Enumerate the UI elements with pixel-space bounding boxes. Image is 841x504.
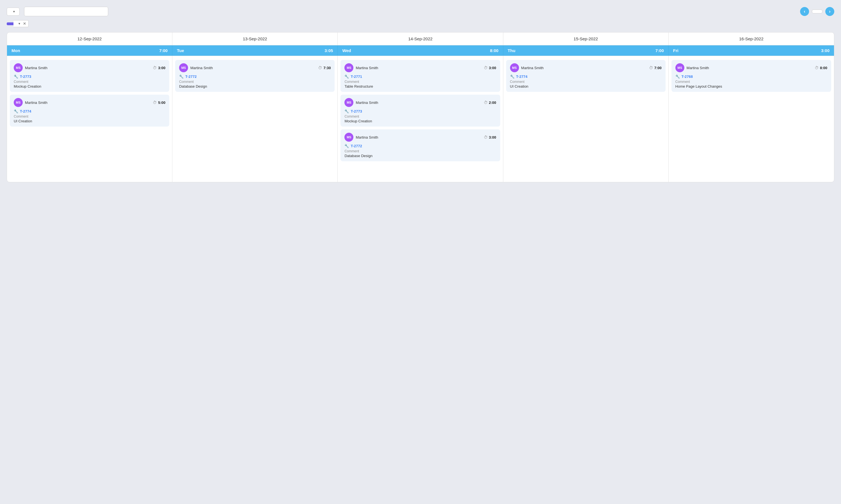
user-info: MS Martina Smith <box>510 63 544 72</box>
day-column-1: MS Martina Smith ⏱ 7:30 🔧 T-2772 Comment… <box>172 56 338 182</box>
task-link[interactable]: 🔧 T-2774 <box>510 74 662 79</box>
avatar: MS <box>344 98 354 107</box>
entry-time: ⏱ 3:00 <box>153 66 165 70</box>
avatar: MS <box>675 63 684 72</box>
filter-tag-label <box>7 22 14 25</box>
day-total-0: 7:00 <box>159 48 168 53</box>
task-link[interactable]: 🔧 T-2773 <box>14 74 165 79</box>
day-column-4: MS Martina Smith ⏱ 8:00 🔧 T-2768 Comment… <box>669 56 834 182</box>
calendar-body: MS Martina Smith ⏱ 3:00 🔧 T-2773 Comment… <box>7 56 834 182</box>
entry-time: ⏱ 8:00 <box>815 66 827 70</box>
comment-value: Database Design <box>179 84 331 89</box>
day-label-3: Thu 7:00 <box>503 46 669 56</box>
entry-time: ⏱ 3:00 <box>484 66 496 70</box>
prev-icon: ‹ <box>804 9 805 14</box>
day-name-3: Thu <box>508 48 516 53</box>
clock-icon: ⏱ <box>153 66 157 70</box>
user-info: MS Martina Smith <box>179 63 213 72</box>
day-name-1: Tue <box>177 48 184 53</box>
time-value: 2:00 <box>489 101 496 105</box>
clock-icon: ⏱ <box>815 66 819 70</box>
date-header-2: 14-Sep-2022 <box>338 33 503 45</box>
day-name-4: Fri <box>673 48 679 53</box>
task-link[interactable]: 🔧 T-2771 <box>344 74 496 79</box>
time-entry-card: MS Martina Smith ⏱ 3:00 🔧 T-2773 Comment… <box>10 60 169 92</box>
day-total-4: 3:00 <box>821 48 829 53</box>
comment-value: Database Design <box>344 154 496 158</box>
entry-header: MS Martina Smith ⏱ 3:00 <box>14 63 165 72</box>
day-total-2: 8:00 <box>490 48 499 53</box>
time-value: 3:00 <box>158 66 165 70</box>
avatar: MS <box>14 63 23 72</box>
next-icon: › <box>829 9 830 14</box>
user-info: MS Martina Smith <box>344 98 378 107</box>
entry-time: ⏱ 3:00 <box>484 135 496 140</box>
comment-label: Comment <box>14 114 165 119</box>
entry-time: ⏱ 7:30 <box>318 66 331 70</box>
clock-icon: ⏱ <box>484 135 487 140</box>
task-id: T-2773 <box>350 109 362 113</box>
date-header-4: 16-Sep-2022 <box>669 33 834 45</box>
comment-value: Mockup Creation <box>14 84 165 89</box>
clock-icon: ⏱ <box>484 100 487 105</box>
user-name: Martina Smith <box>356 135 378 140</box>
user-name: Martina Smith <box>25 101 47 105</box>
date-nav: ‹ › <box>800 7 834 16</box>
day-label-1: Tue 3:05 <box>172 46 338 56</box>
task-id: T-2768 <box>682 74 693 79</box>
entry-header: MS Martina Smith ⏱ 3:00 <box>344 133 496 142</box>
task-link[interactable]: 🔧 T-2772 <box>179 74 331 79</box>
task-icon: 🔧 <box>344 74 349 79</box>
comment-label: Comment <box>344 80 496 84</box>
task-id: T-2774 <box>20 109 31 113</box>
comment-value: UI Creation <box>14 119 165 123</box>
prev-date-button[interactable]: ‹ <box>800 7 809 16</box>
search-input[interactable] <box>24 7 108 16</box>
entry-header: MS Martina Smith ⏱ 3:00 <box>344 63 496 72</box>
time-value: 3:00 <box>489 66 496 70</box>
comment-label: Comment <box>675 80 827 84</box>
day-label-0: Mon 7:00 <box>7 46 172 56</box>
avatar: MS <box>344 133 354 142</box>
time-entry-card: MS Martina Smith ⏱ 3:00 🔧 T-2772 Comment… <box>341 129 500 161</box>
comment-value: Home Page Layout Changes <box>675 84 827 89</box>
task-icon: 🔧 <box>14 74 18 79</box>
comment-value: UI Creation <box>510 84 662 89</box>
avatar: MS <box>344 63 354 72</box>
filters-chevron-icon: ▼ <box>13 10 15 13</box>
task-link[interactable]: 🔧 T-2773 <box>344 109 496 113</box>
filter-tag-close-button[interactable]: ✕ <box>23 21 26 26</box>
clock-icon: ⏱ <box>649 66 653 70</box>
task-icon: 🔧 <box>344 144 349 148</box>
avatar: MS <box>510 63 519 72</box>
day-column-2: MS Martina Smith ⏱ 3:00 🔧 T-2771 Comment… <box>338 56 503 182</box>
user-info: MS Martina Smith <box>14 63 47 72</box>
user-info: MS Martina Smith <box>344 133 378 142</box>
entry-header: MS Martina Smith ⏱ 8:00 <box>675 63 827 72</box>
task-link[interactable]: 🔧 T-2772 <box>344 144 496 148</box>
user-info: MS Martina Smith <box>675 63 709 72</box>
filter-tag-value: ▼ ✕ <box>14 20 29 27</box>
comment-value: Table Restructure <box>344 84 496 89</box>
user-name: Martina Smith <box>356 66 378 70</box>
date-header-1: 13-Sep-2022 <box>172 33 338 45</box>
task-link[interactable]: 🔧 T-2774 <box>14 109 165 113</box>
task-link[interactable]: 🔧 T-2768 <box>675 74 827 79</box>
calendar-day-labels: Mon 7:00 Tue 3:05 Wed 8:00 Thu 7:00 Fri … <box>7 46 834 56</box>
day-name-2: Wed <box>342 48 351 53</box>
entry-header: MS Martina Smith ⏱ 7:30 <box>179 63 331 72</box>
clock-icon: ⏱ <box>153 100 157 105</box>
time-value: 3:00 <box>489 135 496 140</box>
user-info: MS Martina Smith <box>14 98 47 107</box>
task-icon: 🔧 <box>675 74 680 79</box>
comment-label: Comment <box>510 80 662 84</box>
day-name-0: Mon <box>12 48 20 53</box>
task-id: T-2772 <box>185 74 196 79</box>
comment-label: Comment <box>179 80 331 84</box>
filters-button[interactable]: ▼ <box>7 7 20 16</box>
next-date-button[interactable]: › <box>825 7 834 16</box>
date-header-3: 15-Sep-2022 <box>503 33 669 45</box>
task-id: T-2774 <box>516 74 528 79</box>
date-header-0: 12-Sep-2022 <box>7 33 172 45</box>
calendar-date-headers: 12-Sep-202213-Sep-202214-Sep-202215-Sep-… <box>7 33 834 46</box>
